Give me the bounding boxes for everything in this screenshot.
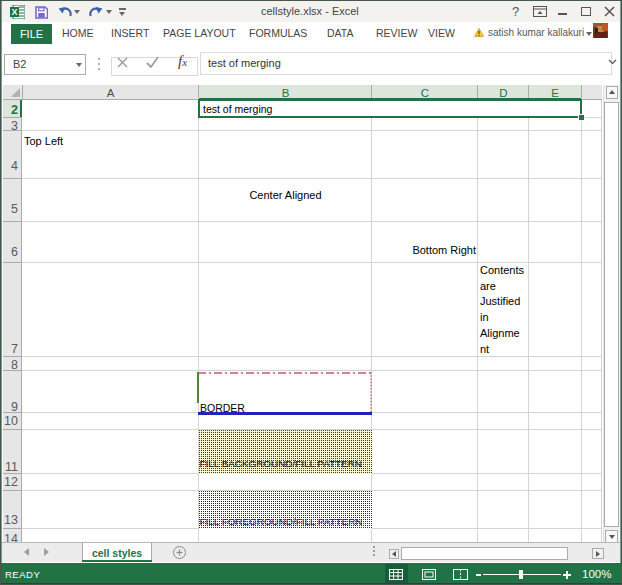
svg-text:X: X (11, 7, 17, 17)
